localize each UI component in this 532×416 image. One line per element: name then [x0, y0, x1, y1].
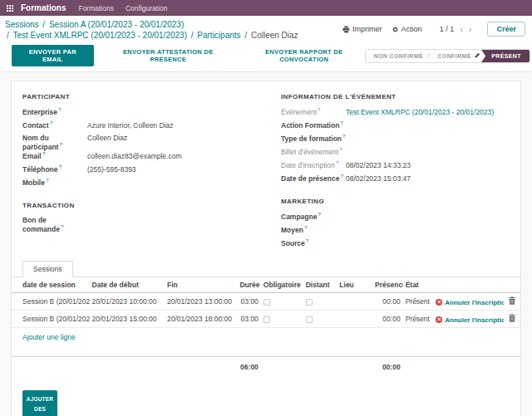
- add-line-link[interactable]: Ajouter une ligne: [12, 328, 520, 345]
- group-title-participant: PARTICIPANT: [22, 93, 251, 100]
- column-header-mandatory[interactable]: Obligatoire: [261, 277, 303, 293]
- field-value-phone[interactable]: (255)-595-8393: [87, 165, 136, 174]
- column-header-end[interactable]: Fin: [165, 277, 237, 293]
- trash-icon[interactable]: [509, 314, 515, 322]
- gear-icon: [392, 26, 399, 33]
- field-label-registration-date: Date d'inscription?: [281, 160, 346, 169]
- field-value-participant-name[interactable]: Colleen Diaz: [87, 134, 127, 142]
- table-totals: 06:00 00:00: [12, 356, 520, 377]
- table-header-row: date de session Date de début Fin Durée …: [12, 277, 520, 293]
- status-step-non-confirme[interactable]: NON CONFIRMÉ: [366, 50, 431, 62]
- field-value-registration-date: 08/02/2023 14:33:23: [346, 161, 411, 169]
- send-email-button[interactable]: ENVOYER PAR EMAIL: [12, 45, 94, 66]
- field-event: Événement? Test Event XMLRPC (20/01/2023…: [281, 107, 510, 120]
- top-menu: Formations Configuration: [78, 4, 167, 12]
- cell-start[interactable]: 20/01/2023 15:00:00: [90, 311, 165, 328]
- control-panel: Sessions / Session A (20/01/2023 - 20/01…: [0, 16, 532, 42]
- column-left: PARTICIPANT Enterprise? Contact? Azure I…: [22, 93, 251, 252]
- column-header-presence[interactable]: Présence: [372, 277, 403, 293]
- app-name[interactable]: Formations: [21, 3, 66, 12]
- cell-end[interactable]: 20/01/2023 18:00:00: [165, 311, 237, 328]
- cell-state[interactable]: Présent: [403, 311, 434, 328]
- field-label-medium: Moyen?: [281, 225, 346, 234]
- column-header-state[interactable]: État: [403, 277, 434, 293]
- remote-checkbox[interactable]: [306, 299, 313, 306]
- cell-duration[interactable]: 03:00: [237, 311, 260, 328]
- notebook-tabs: Sessions: [12, 260, 520, 277]
- cell-start[interactable]: 20/01/2023 10:00:00: [90, 293, 165, 311]
- pager-previous-icon[interactable]: ‹: [460, 25, 463, 34]
- duration-total: 06:00: [237, 357, 260, 378]
- form-fields-area: PARTICIPANT Enterprise? Contact? Azure I…: [12, 93, 520, 252]
- cell-cancel: Annuler l'inscription: [433, 311, 503, 328]
- column-header-actions: [433, 277, 503, 293]
- breadcrumb-participants[interactable]: Participants: [197, 31, 240, 40]
- field-label-email: Email?: [22, 151, 87, 160]
- add-sessions-button[interactable]: AJOUTER DES SESSIONS: [22, 390, 57, 416]
- mandatory-checkbox[interactable]: [264, 299, 270, 306]
- send-convocation-button[interactable]: ENVOYER RAPPORT DE CONVOCATION: [243, 48, 366, 63]
- cell-remote: [303, 293, 337, 311]
- cell-session[interactable]: Session B (20/01/2023): [12, 293, 90, 311]
- print-button[interactable]: Imprimer: [342, 25, 382, 33]
- column-right: INFORMATION DE L'ÉVÉNEMENT Événement? Te…: [281, 93, 510, 252]
- tab-sessions[interactable]: Sessions: [22, 261, 73, 277]
- breadcrumb-sessions[interactable]: Sessions: [5, 20, 39, 29]
- breadcrumb-separator: /: [5, 31, 11, 40]
- help-icon: ?: [46, 178, 49, 183]
- send-attestation-button[interactable]: ENVOYER ATTESTATION DE PRÉSENCE: [107, 48, 229, 63]
- field-label-campaign: Campagne?: [281, 212, 346, 221]
- status-step-present-active[interactable]: PRÉSENT: [481, 50, 530, 62]
- cell-presence[interactable]: 00:00: [372, 311, 403, 328]
- field-sale-order: Bon de commande?: [22, 216, 251, 233]
- cell-end[interactable]: 20/01/2023 13:00:00: [165, 293, 237, 311]
- field-value-event-link[interactable]: Test Event XMLRPC (20/01/2023 - 20/01/20…: [346, 108, 494, 116]
- create-button[interactable]: Créer: [487, 22, 525, 37]
- cell-state[interactable]: Présent: [403, 293, 434, 311]
- cancel-registration-button[interactable]: Annuler l'inscription: [436, 316, 503, 324]
- help-icon: ?: [50, 120, 53, 125]
- cell-session[interactable]: Session B (20/01/2023): [12, 311, 90, 328]
- field-formation-type: Type de formation?: [281, 134, 510, 147]
- field-label-source: Source?: [281, 238, 346, 247]
- cell-presence[interactable]: 00:00: [372, 293, 403, 311]
- breadcrumb: Sessions / Session A (20/01/2023 - 20/01…: [5, 19, 298, 41]
- status-step-confirme[interactable]: CONFIRMÉ: [430, 50, 479, 62]
- field-label-event-ticket: Billet d'événement?: [281, 147, 346, 156]
- field-label-action-formation: Action Formation?: [281, 120, 346, 130]
- cell-duration[interactable]: 03:00: [237, 293, 260, 311]
- trash-icon[interactable]: [509, 296, 515, 305]
- column-header-delete: [504, 277, 520, 293]
- help-icon: ?: [318, 107, 320, 112]
- menu-formations[interactable]: Formations: [78, 4, 114, 12]
- pager-value: 1 / 1: [440, 25, 455, 33]
- help-icon: ?: [58, 107, 62, 112]
- cell-location[interactable]: [337, 293, 372, 311]
- field-source: Source?: [281, 238, 510, 252]
- group-title-event-info: INFORMATION DE L'ÉVÉNEMENT: [281, 93, 510, 100]
- field-label-event: Événement?: [281, 107, 346, 116]
- field-medium: Moyen?: [281, 225, 510, 238]
- help-icon: ?: [306, 238, 309, 243]
- cell-location[interactable]: [337, 311, 372, 328]
- action-menu-button[interactable]: Action: [392, 25, 422, 33]
- breadcrumb-test-event[interactable]: Test Event XMLRPC (20/01/2023 - 20/01/20…: [12, 31, 187, 40]
- cancel-registration-button[interactable]: Annuler l'inscription: [436, 299, 503, 306]
- menu-configuration[interactable]: Configuration: [126, 4, 168, 12]
- field-value-presence-date[interactable]: 08/02/2023 15:03:47: [346, 174, 411, 183]
- column-header-session[interactable]: date de session: [12, 277, 90, 293]
- field-value-contact[interactable]: Azure Interior, Colleen Diaz: [87, 121, 173, 130]
- column-header-location[interactable]: Lieu: [337, 277, 372, 293]
- remote-checkbox[interactable]: [306, 316, 313, 323]
- field-value-email[interactable]: colleen.diaz83@example.com: [87, 152, 182, 160]
- pager-next-icon[interactable]: ›: [469, 25, 472, 34]
- column-header-duration[interactable]: Durée: [237, 277, 260, 293]
- apps-grid-icon[interactable]: [7, 5, 13, 12]
- help-icon: ?: [304, 225, 308, 230]
- mandatory-checkbox[interactable]: [264, 316, 270, 323]
- column-header-remote[interactable]: Distant: [303, 277, 337, 293]
- field-email: Email? colleen.diaz83@example.com: [22, 151, 251, 164]
- field-participant-name: Nom du participant? Colleen Diaz: [22, 134, 251, 151]
- column-header-start[interactable]: Date de début: [90, 277, 165, 293]
- breadcrumb-session-a[interactable]: Session A (20/01/2023 - 20/01/2023): [49, 20, 184, 29]
